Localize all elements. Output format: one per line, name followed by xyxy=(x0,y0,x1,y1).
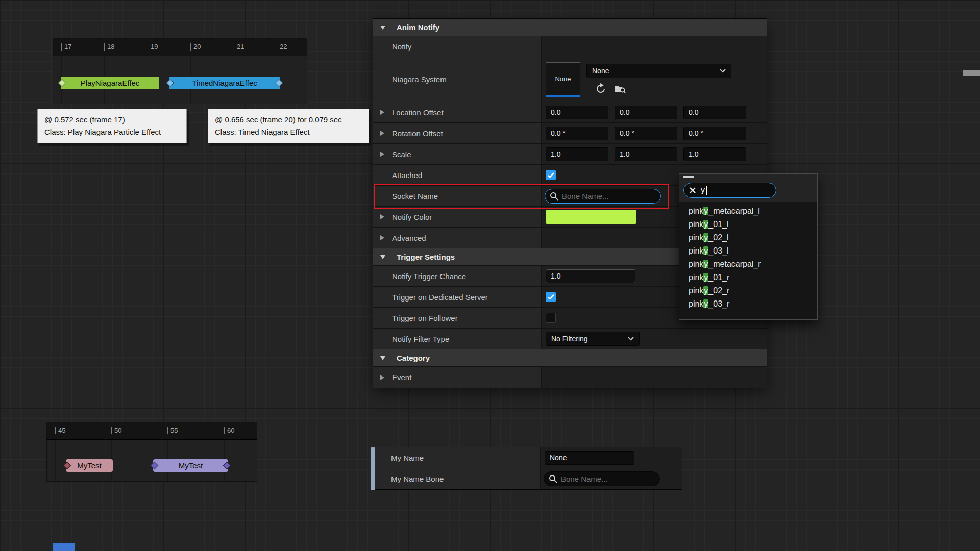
my-name-field[interactable]: None xyxy=(545,451,634,465)
expander-icon[interactable] xyxy=(380,152,384,157)
bone-option[interactable]: pinky_01_l xyxy=(679,218,817,231)
bone-picker-popup: y pinky_metacarpal_l pinky_01_l pinky_02… xyxy=(679,173,818,320)
bone-option[interactable]: pinky_03_r xyxy=(679,297,817,311)
notify-label: MyTest xyxy=(179,461,203,470)
dropdown-selected-value: No Filtering xyxy=(551,335,588,343)
scale-x-field[interactable]: 1.0 xyxy=(546,147,608,161)
scale-z-field[interactable]: 1.0 xyxy=(683,147,746,161)
property-label: Rotation Offset xyxy=(392,129,443,138)
section-anim-notify[interactable]: Anim Notify xyxy=(373,19,767,36)
dedicated-server-checkbox[interactable] xyxy=(546,292,556,302)
check-icon xyxy=(548,294,554,300)
location-y-field[interactable]: 0.0 xyxy=(615,106,677,119)
attached-checkbox[interactable] xyxy=(546,170,556,180)
clear-search-icon[interactable] xyxy=(689,187,696,194)
chevron-down-icon xyxy=(628,337,634,341)
expander-icon[interactable] xyxy=(380,235,384,240)
bone-option[interactable]: pinky_metacarpal_l xyxy=(679,205,817,218)
expander-icon[interactable] xyxy=(380,131,384,136)
bone-option[interactable]: pinky_02_l xyxy=(679,231,817,244)
tooltip-class: Class: Timed Niagara Effect xyxy=(215,126,362,138)
property-label: Notify Color xyxy=(392,213,432,221)
tooltip-time: @ 0.656 sec (frame 20) for 0.079 sec xyxy=(215,114,362,126)
timeline-ruler-bottom[interactable]: 45 50 55 60 xyxy=(47,422,257,440)
trigger-chance-field[interactable]: 1.0 xyxy=(546,269,635,283)
expander-icon[interactable] xyxy=(380,375,384,380)
notify-track-panel-bottom: 45 50 55 60 MyTest MyTest xyxy=(47,422,257,481)
rotation-z-field[interactable]: 0.0 ° xyxy=(683,127,746,140)
notify-my-test-2[interactable]: MyTest xyxy=(153,459,228,472)
property-label: Notify xyxy=(392,42,411,51)
row-event: Event xyxy=(373,367,767,388)
bone-option[interactable]: pinky_02_r xyxy=(679,284,817,297)
socket-name-search-field[interactable] xyxy=(545,189,661,204)
section-category[interactable]: Category xyxy=(373,349,767,367)
bone-option[interactable]: pinky_metacarpal_r xyxy=(679,258,817,271)
rotation-y-field[interactable]: 0.0 ° xyxy=(615,127,677,140)
section-title: Category xyxy=(397,354,430,362)
bone-option[interactable]: pinky_01_r xyxy=(679,271,817,284)
notify-timed-niagara-effect[interactable]: TimedNiagaraEffec xyxy=(169,77,280,89)
custom-notify-panel: My Name None My Name Bone xyxy=(372,447,682,489)
rotation-x-field[interactable]: 0.0 ° xyxy=(546,127,608,140)
notify-tooltip: @ 0.656 sec (frame 20) for 0.079 sec Cla… xyxy=(208,109,369,143)
notify-handle-diamond-icon[interactable] xyxy=(275,79,283,87)
tooltip-class: Class: Play Niagara Particle Effect xyxy=(44,126,180,138)
scale-y-field[interactable]: 1.0 xyxy=(615,147,677,161)
asset-thumbnail-label: None xyxy=(555,75,571,83)
notify-filter-type-dropdown[interactable]: No Filtering xyxy=(546,332,640,346)
niagara-system-dropdown[interactable]: None xyxy=(586,64,731,78)
my-name-bone-input[interactable] xyxy=(561,474,656,483)
filter-query-text: y xyxy=(701,186,705,195)
property-label: Trigger on Dedicated Server xyxy=(392,293,488,302)
property-label: Advanced xyxy=(392,234,426,242)
notify-label: PlayNiagaraEffec xyxy=(81,79,140,87)
notify-handle-diamond-icon[interactable] xyxy=(151,462,159,470)
notify-my-test-1[interactable]: MyTest xyxy=(66,459,113,472)
dropdown-selected-value: None xyxy=(592,67,609,75)
bone-filter-input[interactable]: y xyxy=(701,186,707,195)
tooltip-time: @ 0.572 sec (frame 17) xyxy=(44,114,180,126)
section-title: Trigger Settings xyxy=(397,253,455,261)
frame-tick: 22 xyxy=(277,43,287,51)
notify-label: MyTest xyxy=(77,461,102,470)
follower-checkbox[interactable] xyxy=(546,313,556,323)
frame-tick: 17 xyxy=(61,43,71,51)
grid-line xyxy=(55,440,56,481)
property-label: Trigger on Follower xyxy=(392,314,458,322)
collapse-arrow-icon xyxy=(380,255,385,259)
expander-icon[interactable] xyxy=(380,110,384,115)
search-icon xyxy=(550,192,558,201)
notify-track-panel-top: 17 18 19 20 21 22 PlayNiagaraEffec Timed… xyxy=(53,39,307,104)
collapse-arrow-icon xyxy=(380,26,385,30)
row-rotation-offset: Rotation Offset 0.0 ° 0.0 ° 0.0 ° xyxy=(373,123,767,144)
property-label: Event xyxy=(392,373,411,382)
property-label: Notify Filter Type xyxy=(392,335,449,343)
location-x-field[interactable]: 0.0 xyxy=(546,106,608,119)
use-selected-asset-icon[interactable] xyxy=(595,83,607,95)
asset-thumbnail[interactable]: None xyxy=(546,62,580,97)
location-z-field[interactable]: 0.0 xyxy=(683,106,746,119)
expander-icon[interactable] xyxy=(380,214,384,219)
search-icon xyxy=(549,474,557,483)
notify-handle-diamond-icon[interactable] xyxy=(166,79,175,87)
bone-option[interactable]: pinky_03_l xyxy=(679,244,817,258)
frame-tick: 55 xyxy=(167,427,178,434)
selection-accent-strip xyxy=(371,447,375,490)
notify-tooltip: @ 0.572 sec (frame 17) Class: Play Niaga… xyxy=(37,109,187,143)
collapse-arrow-icon xyxy=(380,356,385,360)
notify-play-niagara-effect[interactable]: PlayNiagaraEffec xyxy=(61,77,159,89)
notify-handle-diamond-icon[interactable] xyxy=(223,462,231,470)
row-my-name-bone: My Name Bone xyxy=(372,468,682,489)
property-label: Socket Name xyxy=(392,192,438,201)
my-name-bone-search-field[interactable] xyxy=(544,471,660,486)
notify-handle-diamond-icon[interactable] xyxy=(58,79,66,87)
timeline-ruler-top[interactable]: 17 18 19 20 21 22 xyxy=(53,39,307,56)
browse-to-asset-icon[interactable] xyxy=(614,83,626,95)
notify-color-swatch[interactable] xyxy=(546,210,636,224)
socket-name-input[interactable] xyxy=(562,192,657,201)
check-icon xyxy=(548,172,554,178)
row-notify: Notify xyxy=(373,36,767,57)
bone-search-field[interactable]: y xyxy=(683,183,776,198)
notify-handle-diamond-icon[interactable] xyxy=(63,462,71,470)
